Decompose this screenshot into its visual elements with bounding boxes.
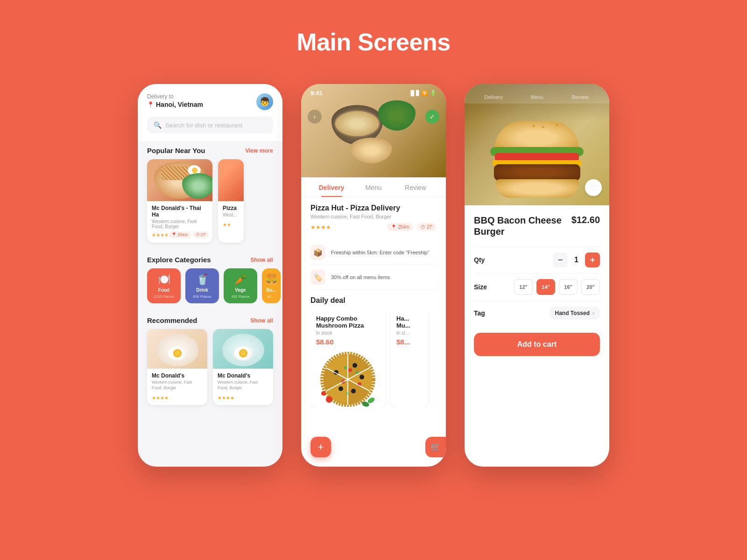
p3-product-content: BBQ Bacon Cheese Burger $12.60 Qty − 1 +… [465,205,609,365]
p3-hero-image: Delivery Menu Review [465,84,609,205]
sesame-2 [542,126,544,128]
size-20[interactable]: 20" [581,279,600,295]
signal-icon: ▐▌▊ [409,90,420,96]
drink-cat-count: 658 Places [193,294,211,299]
tag-chevron-icon: › [592,310,594,316]
deal-card-1-name: Happy Combo Mushroom Pizza [316,315,380,329]
add-to-cart-button[interactable]: Add to cart [474,333,600,356]
popular-card-2[interactable]: Pizza West... ★★ [218,159,244,243]
qty-control: − 1 + [553,252,600,267]
popular-card-1-meta: ★★★★ 📍 254m ⏱ 27' [152,231,208,238]
location-text: Hanoi, Vietnam [156,101,203,108]
svg-point-2 [359,375,364,379]
back-button[interactable]: ‹ [308,110,322,124]
size-options: 12" 14" 16" 20" [514,279,600,295]
cart-fab[interactable]: 🛒 [425,437,446,457]
p3-tabs-overlay: Delivery Menu Review [465,84,609,104]
restaurant-name: Pizza Hut - Pizza Delivery [310,204,437,212]
svg-point-1 [352,363,357,368]
category-burger[interactable]: 🍔 Bu... 84.... [262,268,281,303]
p2-status-bar: 9:41 ▐▌▊ 🛜 🔋 [301,84,446,97]
check-button[interactable]: ✓ [425,110,439,124]
size-14[interactable]: 14" [536,279,555,295]
bowl-inside [334,110,381,138]
daily-deal-title: Daily deal [310,296,437,305]
rec-card-1-name: Mc Donald's [152,372,203,379]
tag-label: Tag [474,309,485,317]
promo-discount: 🏷️ 30% off on all menu items [310,265,437,290]
distance-pill: 📍 254m [169,231,191,238]
screens-container: Delivery to 📍 Hanoi, Vietnam 👦 🔍 Search … [19,84,728,467]
size-12[interactable]: 12" [514,279,533,295]
promo-discount-text: 30% off on all menu items [331,274,390,280]
vege-cat-count: 432 Places [231,294,250,299]
pizza-svg [315,349,381,407]
tab-delivery[interactable]: Delivery [310,177,352,197]
location-pin-icon: 📍 [147,101,154,108]
show-all-categories-link[interactable]: Show all [250,257,273,263]
category-food[interactable]: 🍽️ Food 2215 Places [147,268,181,303]
bowl-light [350,138,392,163]
rec-card-2-stars: ★★★★ [218,395,234,400]
categories-title: Explore Categories [147,256,211,264]
p1-search-area: 🔍 Search for dish or restaurant [138,117,282,141]
popular-card-1-pills: 📍 254m ⏱ 27' [169,231,209,238]
favorite-button[interactable]: ♡ [585,179,602,196]
p3-tab-delivery[interactable]: Delivery [472,91,515,104]
promo-freeship: 📦 Freeship within 5km: Enter code "Frees… [310,240,437,265]
phone-1: Delivery to 📍 Hanoi, Vietnam 👦 🔍 Search … [138,84,282,467]
vege-cat-name: Vege [235,287,246,293]
popular-card-1-name: Mc Donald's - Thai Ha [152,205,208,218]
battery-icon: 🔋 [430,90,437,96]
sesame-3 [556,124,558,126]
yolk-decoration [192,168,197,173]
svg-point-3 [351,389,356,393]
p3-tab-review[interactable]: Review [558,91,602,104]
search-box[interactable]: 🔍 Search for dish or restaurant [147,117,273,133]
rec-card-1-info: Mc Donald's Western cuisine, Fast Food, … [147,369,207,405]
category-drink[interactable]: 🥤 Drink 658 Places [185,268,219,303]
popular-card-2-sub: West... [223,212,239,217]
svg-point-16 [326,396,332,403]
p2-hero-image: 9:41 ▐▌▊ 🛜 🔋 ‹ ✓ [301,84,446,177]
category-vege[interactable]: 🥕 Vege 432 Places [224,268,257,303]
qty-value: 1 [574,256,578,264]
deal-card-1[interactable]: Happy Combo Mushroom Pizza In stock $8.6… [310,310,385,407]
bun-bottom [496,179,579,198]
food-image-1 [147,159,212,201]
size-16[interactable]: 16" [559,279,578,295]
deal-cards: Happy Combo Mushroom Pizza In stock $8.6… [310,310,437,407]
deal-card-2[interactable]: Ha... Mu... In st... $8... [391,310,428,407]
size-row: Size 12" 14" 16" 20" [474,273,600,301]
freeship-icon: 📦 [310,245,325,260]
rec-card-1[interactable]: Mc Donald's Western cuisine, Fast Food, … [147,329,207,405]
popular-scroll: Mc Donald's - Thai Ha Western cuisine, F… [138,159,282,250]
deal-card-2-info: Ha... Mu... In st... $8... [391,310,428,351]
deal-card-2-price: $8... [396,338,423,346]
p2-tabs: Delivery Menu Review [301,177,446,197]
burger-cat-name: Bu... [266,287,276,293]
rec-image-2 [213,329,273,369]
add-item-fab[interactable]: + [310,437,331,457]
deal-card-1-info: Happy Combo Mushroom Pizza In stock $8.6… [310,310,385,351]
tag-selector[interactable]: Hand Tossed › [550,307,600,320]
tab-menu[interactable]: Menu [352,177,395,197]
user-avatar[interactable]: 👦 [256,93,273,110]
pizza-illustration [310,351,385,407]
categories-scroll: 🍽️ Food 2215 Places 🥤 Drink 658 Places 🥕… [138,268,282,311]
rec-card-2[interactable]: Mc Donald's Western cuisine, Fast Food, … [213,329,273,405]
deal-card-2-name: Ha... Mu... [396,315,423,329]
show-all-recommended-link[interactable]: Show all [250,317,273,324]
svg-point-6 [348,368,352,372]
p3-tab-menu[interactable]: Menu [515,91,559,104]
p2-daily-deal: Daily deal Happy Combo Mushroom Pizza In… [301,290,446,407]
restaurant-meta: ★★★★ 📍 254m ⏱ 27' [310,223,437,231]
qty-minus-button[interactable]: − [553,252,568,267]
qty-plus-button[interactable]: + [585,252,600,267]
tab-review[interactable]: Review [395,177,437,197]
status-time: 9:41 [310,90,323,97]
tag-value: Hand Tossed [555,310,590,316]
popular-card-1[interactable]: Mc Donald's - Thai Ha Western cuisine, F… [147,159,212,243]
view-more-link[interactable]: View more [245,147,273,154]
restaurant-pills: 📍 254m ⏱ 27' [387,223,437,231]
